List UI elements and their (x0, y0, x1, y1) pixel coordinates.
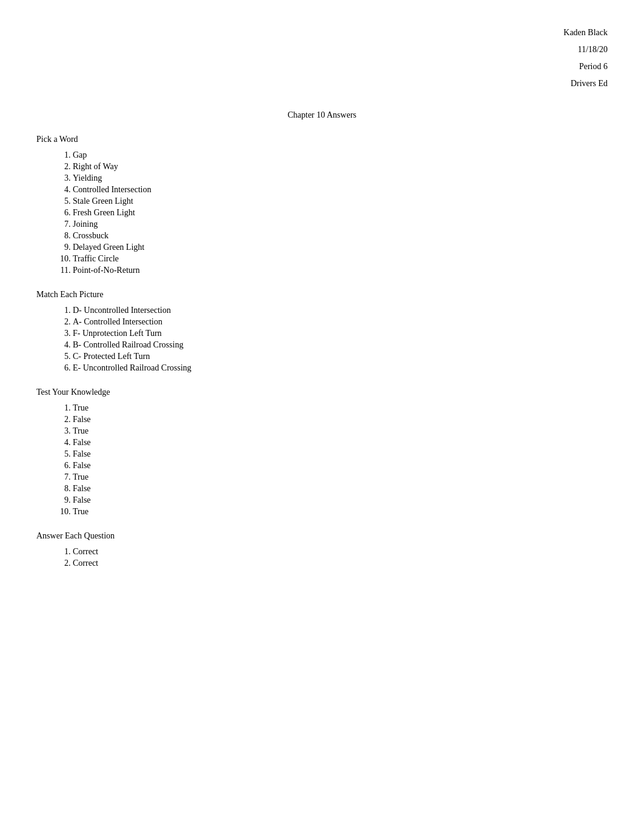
match-each-picture-section: Match Each Picture D- Uncontrolled Inter… (36, 290, 608, 373)
pick-a-word-section: Pick a Word Gap Right of Way Yielding Co… (36, 135, 608, 275)
list-item: Gap (73, 150, 608, 160)
list-item: A- Controlled Intersection (73, 317, 608, 327)
pick-a-word-title: Pick a Word (36, 135, 608, 144)
list-item: Correct (73, 547, 608, 557)
student-class: Drivers Ed (36, 75, 608, 92)
list-item: False (73, 495, 608, 505)
list-item: Delayed Green Light (73, 243, 608, 252)
list-item: False (73, 449, 608, 459)
list-item: Stale Green Light (73, 196, 608, 206)
test-your-knowledge-section: Test Your Knowledge True False True Fals… (36, 387, 608, 517)
student-date: 11/18/20 (36, 41, 608, 58)
page-title: Chapter 10 Answers (36, 110, 608, 120)
list-item: E- Uncontrolled Railroad Crossing (73, 363, 608, 373)
test-your-knowledge-title: Test Your Knowledge (36, 387, 608, 397)
pick-a-word-list: Gap Right of Way Yielding Controlled Int… (73, 150, 608, 275)
list-item: Yielding (73, 173, 608, 183)
answer-each-question-title: Answer Each Question (36, 531, 608, 541)
answer-each-question-list: Correct Correct (73, 547, 608, 568)
student-name: Kaden Black (36, 24, 608, 41)
list-item: True (73, 472, 608, 482)
list-item: C- Protected Left Turn (73, 352, 608, 361)
list-item: Crossbuck (73, 231, 608, 241)
list-item: Point-of-No-Return (73, 266, 608, 275)
list-item: Right of Way (73, 162, 608, 172)
test-your-knowledge-list: True False True False False False True F… (73, 403, 608, 517)
list-item: F- Unprotection Left Turn (73, 329, 608, 338)
list-item: True (73, 426, 608, 436)
list-item: D- Uncontrolled Intersection (73, 306, 608, 315)
list-item: True (73, 403, 608, 413)
list-item: Traffic Circle (73, 254, 608, 264)
list-item: Correct (73, 558, 608, 568)
list-item: False (73, 461, 608, 471)
list-item: False (73, 438, 608, 448)
answer-each-question-section: Answer Each Question Correct Correct (36, 531, 608, 568)
list-item: False (73, 415, 608, 424)
match-each-picture-list: D- Uncontrolled Intersection A- Controll… (73, 306, 608, 373)
list-item: B- Controlled Railroad Crossing (73, 340, 608, 350)
student-period: Period 6 (36, 58, 608, 75)
match-each-picture-title: Match Each Picture (36, 290, 608, 300)
header-info: Kaden Black 11/18/20 Period 6 Drivers Ed (36, 24, 608, 92)
list-item: Joining (73, 220, 608, 229)
list-item: Controlled Intersection (73, 185, 608, 195)
list-item: Fresh Green Light (73, 208, 608, 218)
list-item: True (73, 507, 608, 517)
list-item: False (73, 484, 608, 494)
